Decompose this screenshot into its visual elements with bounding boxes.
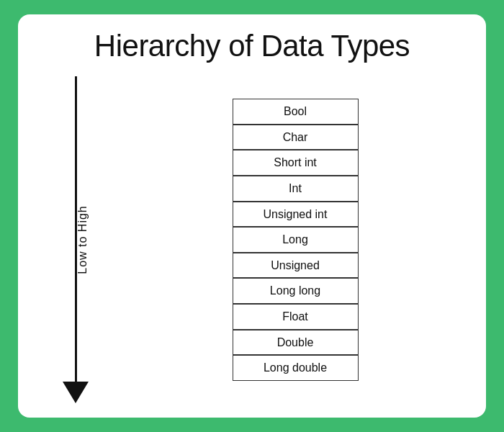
type-box: Unsigned int (233, 202, 359, 228)
content-area: Low to High BoolCharShort intIntUnsigned… (40, 76, 464, 403)
type-box: Long (233, 227, 359, 253)
type-box: Long long (233, 278, 359, 304)
type-box: Int (233, 176, 359, 202)
card: Hierarchy of Data Types Low to High Bool… (18, 14, 486, 418)
arrow-line-container (63, 76, 89, 403)
type-box: Char (233, 125, 359, 150)
arrow-head-icon (63, 382, 89, 403)
arrow-line (75, 76, 77, 382)
page-title: Hierarchy of Data Types (94, 29, 410, 63)
types-section: BoolCharShort intIntUnsigned intLongUnsi… (126, 76, 464, 403)
type-box: Double (233, 330, 359, 356)
type-box: Unsigned (233, 253, 359, 279)
type-box: Short int (233, 150, 359, 176)
arrow-section: Low to High (40, 76, 126, 403)
label-and-arrow: Low to High (70, 76, 96, 403)
type-box: Long double (233, 355, 359, 381)
type-box: Float (233, 304, 359, 330)
type-box: Bool (233, 99, 359, 125)
